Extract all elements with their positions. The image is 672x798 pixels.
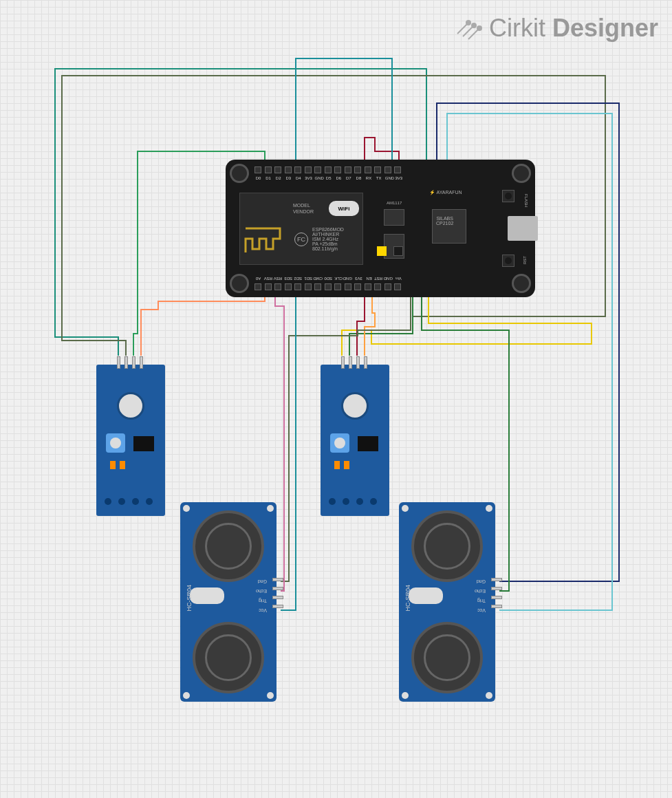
corner-pad-icon [486,505,492,512]
pin[interactable] [354,283,361,290]
pin[interactable] [314,166,321,173]
pin[interactable] [374,283,381,290]
pin-label: Trig [475,597,486,603]
pin[interactable] [305,283,312,290]
flash-button[interactable] [502,190,514,202]
pin[interactable] [272,596,283,599]
top-pin-labels: D0D1D2D3D43V3GNDD5D6D7D8RXTXGND3V3 [254,176,402,180]
pin[interactable] [365,166,371,173]
corner-pad-icon [183,692,190,699]
pin-label: A0 [254,277,262,281]
esp-label: ESP8266MOD AI/THINKER ISM 2.4GHz PA +25d… [312,227,344,251]
pin-label: GND [345,277,352,281]
pin[interactable] [491,587,502,590]
pin[interactable] [374,166,381,173]
pin-label: GND [315,176,323,180]
hcsr04-pin-labels: GndEchoTrigVcc [256,578,267,613]
usb-chip-label: SILABS CP2102 [436,216,453,226]
pin[interactable] [384,283,391,290]
pin[interactable] [314,283,321,290]
hcsr04-ultrasonic-1[interactable]: HC-SR04 GndEchoTrigVcc [180,502,277,702]
transducer-icon [193,622,264,693]
sound-sensor-2[interactable] [321,365,389,516]
pin[interactable] [356,356,360,369]
pin[interactable] [491,578,502,581]
transducer-icon [411,510,483,582]
pin[interactable] [325,283,332,290]
sound-sensor-1[interactable] [96,365,165,516]
corner-pad-icon [183,505,190,512]
micro-usb-port [508,216,538,241]
hcsr04-label: HC-SR04 [186,585,193,612]
pin[interactable] [272,587,283,590]
fcc-icon: FC [294,233,308,246]
pin-label: 3V3 [305,176,312,180]
pin[interactable] [384,166,391,173]
microphone-icon [117,392,144,420]
pin[interactable] [354,166,361,173]
pin[interactable] [265,283,272,290]
pin-label: D3 [285,176,292,180]
potentiometer-icon [106,433,125,453]
pin[interactable] [285,283,292,290]
indicator-leds [334,461,349,469]
pin[interactable] [285,166,292,173]
vendor-label: MODEL VENDOR [293,202,314,215]
pin-label: Vin [395,277,402,281]
pin[interactable] [325,166,332,173]
pin[interactable] [117,356,120,369]
pin[interactable] [491,596,502,599]
pin[interactable] [345,283,351,290]
transducer-icon [411,622,483,693]
usb-chip [432,209,466,244]
pin-label: D0 [254,176,262,180]
pin[interactable] [272,605,283,608]
pin[interactable] [334,283,341,290]
pin[interactable] [491,605,502,608]
pin-label: TX [375,176,382,180]
svg-point-3 [466,21,470,25]
mount-hole-icon [230,274,249,293]
top-pin-row [254,166,401,173]
pin[interactable] [341,356,345,369]
pin-label: GND [385,277,393,281]
pin[interactable] [274,166,281,173]
pin[interactable] [254,283,261,290]
pin-label: CLK [335,277,343,281]
led-icon [377,246,387,256]
indicator-leds [110,461,125,469]
pin-label: SD3 [285,277,292,281]
pin[interactable] [254,166,261,173]
pin-label: D6 [335,176,343,180]
wifi-logo-icon: WiFi [329,201,359,216]
bottom-pin-row [254,283,401,290]
pin[interactable] [305,166,312,173]
pin-label: Vcc [475,607,486,613]
pin[interactable] [349,356,352,369]
pin-label: D1 [265,176,272,180]
watermark-logo: Cirkit Designer [455,14,658,43]
pin-label: GND [385,176,393,180]
pin[interactable] [124,356,128,369]
pin-label: 3V3 [395,176,402,180]
reset-button[interactable] [502,255,514,267]
pin[interactable] [132,356,136,369]
pin[interactable] [394,283,401,290]
pin[interactable] [365,283,371,290]
pin[interactable] [294,166,301,173]
brand-label: ⚡ AYARAFUN [429,190,462,195]
pin[interactable] [294,283,301,290]
pin[interactable] [265,166,272,173]
hcsr04-ultrasonic-2[interactable]: HC-SR04 GndEchoTrigVcc [399,502,495,702]
pin[interactable] [274,283,281,290]
sensor-pins [341,356,367,369]
pin[interactable] [364,356,367,369]
pin[interactable] [140,356,143,369]
nodemcu-esp8266[interactable]: D0D1D2D3D43V3GNDD5D6D7D8RXTXGND3V3 A0RSV… [226,160,535,297]
pin-label: Gnd [475,578,486,584]
pin[interactable] [334,166,341,173]
pin-label: D2 [274,176,282,180]
pin[interactable] [272,578,283,581]
pin[interactable] [394,166,401,173]
pin[interactable] [345,166,351,173]
